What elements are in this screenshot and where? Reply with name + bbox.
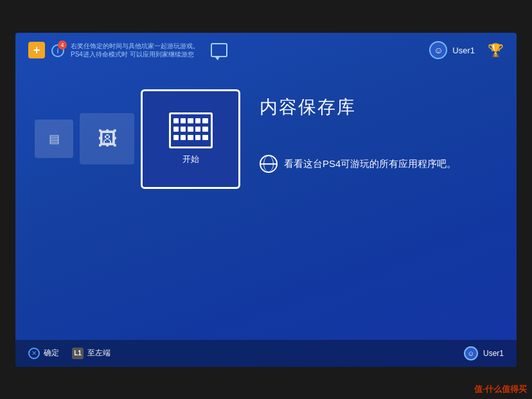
rack-cell bbox=[181, 135, 186, 140]
left-end-control: L1 至左端 bbox=[72, 348, 111, 359]
small-tile-icon: ▤ bbox=[49, 132, 60, 146]
rack-row-3 bbox=[173, 135, 208, 140]
app-tile-library[interactable]: 开始 bbox=[141, 89, 240, 189]
rack-row-2 bbox=[173, 127, 208, 132]
description-area: 看看这台PS4可游玩的所有应用程序吧。 bbox=[260, 145, 456, 182]
bottom-bar: ✕ 确定 L1 至左端 ☺ User1 bbox=[15, 340, 517, 367]
rack-cell bbox=[181, 127, 186, 132]
description-text: 看看这台PS4可游玩的所有应用程序吧。 bbox=[284, 158, 456, 170]
rack-cell bbox=[181, 118, 186, 123]
rack-cell bbox=[173, 118, 179, 123]
main-content: ▤ 🖼 bbox=[15, 68, 517, 211]
screen-wrapper: + i 4 右奖任饰定的时间与具他坑家一起游玩游戏。 PS4进入待命模式时 可以… bbox=[15, 33, 517, 367]
rack-cell bbox=[202, 127, 208, 132]
rack-cell bbox=[188, 118, 193, 123]
confirm-control: ✕ 确定 bbox=[28, 348, 59, 359]
spacer bbox=[15, 210, 517, 340]
left-end-label: 至左端 bbox=[87, 348, 111, 359]
rack-cell bbox=[173, 135, 179, 140]
rack-cell bbox=[188, 127, 193, 132]
tile-label-library: 开始 bbox=[182, 154, 199, 165]
rack-cell bbox=[195, 135, 200, 140]
notification-wrapper: i 4 bbox=[51, 43, 64, 57]
cross-button-icon: ✕ bbox=[28, 348, 40, 359]
photo-background: + i 4 右奖任饰定的时间与具他坑家一起游玩游戏。 PS4进入待命模式时 可以… bbox=[0, 0, 532, 399]
apps-row: ▤ 🖼 bbox=[35, 89, 240, 189]
app-tile-small-left[interactable]: ▤ bbox=[35, 120, 73, 158]
user-display: ☺ User1 bbox=[429, 41, 475, 59]
app-info: 内容保存库 看看这台PS4可游玩的所有应用程序吧。 bbox=[260, 95, 456, 182]
bottom-bar-right: ☺ User1 bbox=[464, 346, 504, 360]
watermark: 值·什么值得买 bbox=[474, 384, 527, 395]
trophy-icon: 🏆 bbox=[488, 42, 504, 58]
user-name-bottom: User1 bbox=[483, 349, 504, 358]
message-icon bbox=[211, 43, 227, 57]
user-avatar: ☺ bbox=[429, 41, 447, 59]
rack-cell bbox=[188, 135, 193, 140]
rack-cell bbox=[202, 135, 208, 140]
user-name-top: User1 bbox=[452, 46, 475, 55]
bottom-description: 看看这台PS4可游玩的所有应用程序吧。 bbox=[260, 145, 456, 182]
rack-cell bbox=[173, 127, 179, 132]
notification-text: 右奖任饰定的时间与具他坑家一起游玩游戏。 PS4进入待命模式时 可以应用到家继续… bbox=[71, 42, 199, 58]
app-title: 内容保存库 bbox=[260, 95, 456, 120]
ps4-ui: + i 4 右奖任饰定的时间与具他坑家一起游玩游戏。 PS4进入待命模式时 可以… bbox=[15, 33, 517, 367]
library-rack-icon bbox=[169, 112, 213, 148]
ps-plus-icon: + bbox=[28, 42, 45, 58]
l1-button-icon: L1 bbox=[72, 348, 84, 359]
photos-icon: 🖼 bbox=[98, 128, 117, 150]
top-bar: + i 4 右奖任饰定的时间与具他坑家一起游玩游戏。 PS4进入待命模式时 可以… bbox=[15, 33, 517, 68]
rack-row-1 bbox=[173, 118, 208, 123]
confirm-label: 确定 bbox=[44, 348, 59, 359]
rack-cell bbox=[195, 127, 200, 132]
notification-badge: 4 bbox=[58, 40, 67, 49]
notification-line1: 右奖任饰定的时间与具他坑家一起游玩游戏。 bbox=[71, 42, 199, 50]
rack-cell bbox=[195, 118, 200, 123]
app-tile-photos[interactable]: 🖼 bbox=[80, 113, 134, 164]
user-avatar-bottom: ☺ bbox=[464, 346, 478, 360]
top-bar-right: ☺ User1 🏆 bbox=[429, 41, 504, 59]
globe-icon bbox=[260, 155, 278, 173]
notification-line2: PS4进入待命模式时 可以应用到家继续游您 bbox=[71, 50, 199, 58]
rack-cell bbox=[202, 118, 208, 123]
